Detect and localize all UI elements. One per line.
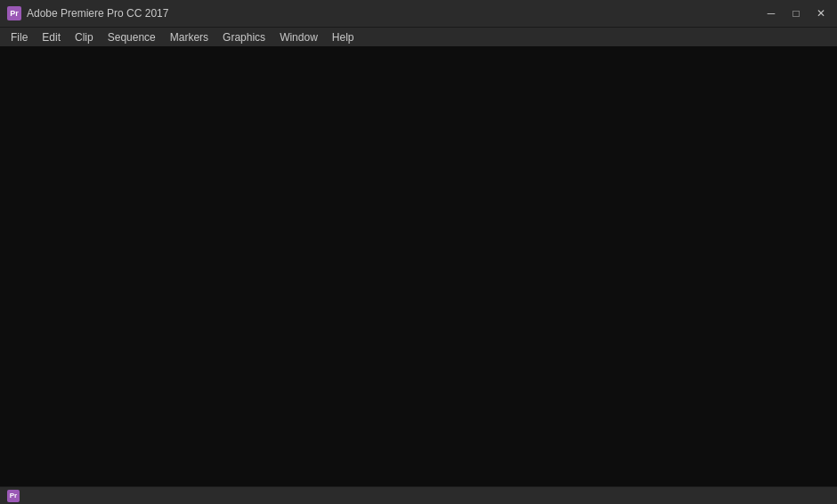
- title-bar: Pr Adobe Premiere Pro CC 2017 ─ □ ✕: [0, 0, 837, 27]
- title-bar-left: Pr Adobe Premiere Pro CC 2017: [7, 6, 168, 20]
- menu-item-sequence[interactable]: Sequence: [101, 28, 163, 46]
- menu-item-edit[interactable]: Edit: [35, 28, 68, 46]
- maximize-button[interactable]: □: [787, 4, 805, 22]
- menu-item-graphics[interactable]: Graphics: [215, 28, 272, 46]
- menu-item-clip[interactable]: Clip: [68, 28, 101, 46]
- main-content: [0, 46, 837, 486]
- app-icon: Pr: [7, 6, 21, 20]
- close-button[interactable]: ✕: [812, 4, 830, 22]
- menu-item-file[interactable]: File: [4, 28, 35, 46]
- menu-item-help[interactable]: Help: [325, 28, 362, 46]
- window-title: Adobe Premiere Pro CC 2017: [27, 7, 168, 20]
- minimize-button[interactable]: ─: [762, 4, 780, 22]
- menu-item-markers[interactable]: Markers: [163, 28, 215, 46]
- app-window: Pr Adobe Premiere Pro CC 2017 ─ □ ✕ File…: [0, 0, 837, 504]
- menu-item-window[interactable]: Window: [272, 28, 325, 46]
- status-app-icon: Pr: [7, 490, 20, 502]
- title-bar-controls: ─ □ ✕: [762, 4, 830, 22]
- status-bar: Pr: [0, 486, 837, 504]
- menu-bar: File Edit Clip Sequence Markers Graphics…: [0, 27, 837, 46]
